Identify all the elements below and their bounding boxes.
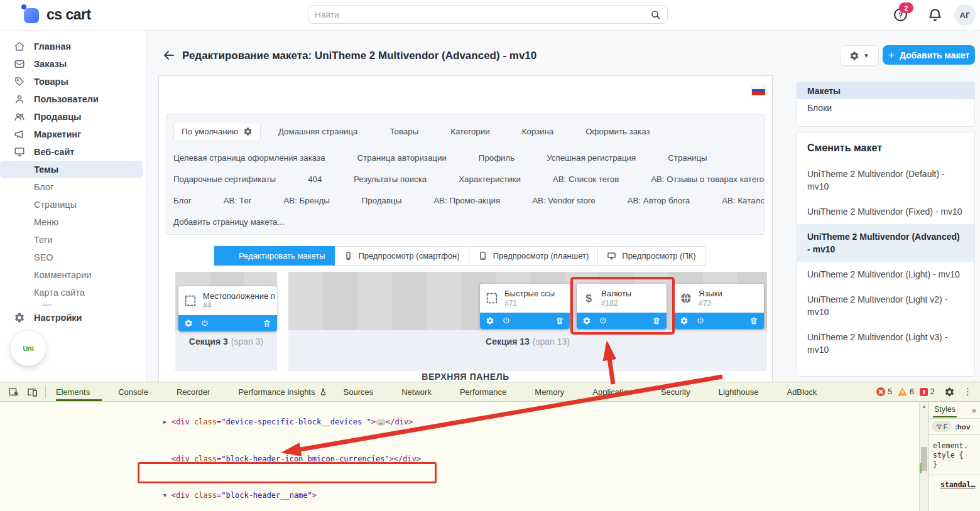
devtools-menu-icon[interactable]: ⋮ xyxy=(963,386,972,397)
device-toolbar-icon[interactable] xyxy=(26,386,38,398)
code-line[interactable]: ▶<div class="device-specific-block__devi… xyxy=(0,404,919,441)
layout-page-tab[interactable]: Добавить страницу макета... xyxy=(173,217,299,227)
right-panel-tab[interactable]: Макеты xyxy=(797,82,974,99)
block-power-icon[interactable] xyxy=(599,316,607,325)
search-input[interactable]: Найти xyxy=(308,5,668,24)
layout-page-tab[interactable]: АВ: Vendor store xyxy=(532,196,610,205)
layout-page-tab[interactable]: АВ: Промо-акция xyxy=(433,196,514,205)
layout-page-tab[interactable]: Домашняя страница xyxy=(278,127,373,136)
block-power-icon[interactable] xyxy=(696,316,705,325)
more-tabs-icon[interactable]: » xyxy=(972,406,976,415)
sidebar-item[interactable]: Теги xyxy=(0,231,143,249)
block-card[interactable]: Быстрые ссы #71 xyxy=(480,284,570,329)
layout-list-item[interactable]: UniTheme 2 Multivendor (Light v3) - mv10 xyxy=(797,325,974,362)
layout-list-item[interactable]: UniTheme 2 Multivendor (Default) - mv10 xyxy=(797,161,974,199)
layout-page-tab[interactable]: Профиль xyxy=(479,153,529,163)
russian-flag-icon[interactable] xyxy=(752,86,765,95)
sidebar-item[interactable]: SEO xyxy=(0,249,143,266)
issues[interactable]: 2 xyxy=(920,387,935,396)
layout-page-tab[interactable]: Страницы xyxy=(668,153,721,163)
element-style-rule[interactable]: element.style { xyxy=(933,441,969,460)
layout-page-tab[interactable]: Характеристики xyxy=(459,175,535,184)
console-warnings[interactable]: 6 xyxy=(898,387,914,396)
add-layout-button[interactable]: + Добавить макет xyxy=(883,45,975,65)
cs-cart-logo[interactable]: cs cart xyxy=(23,6,91,23)
devtools-tab[interactable]: Security xyxy=(661,382,702,401)
block-gear-icon[interactable] xyxy=(582,316,591,325)
view-mode-tab[interactable]: Предпросмотр (планшет) xyxy=(469,246,599,266)
layout-page-tab[interactable]: АВ: Бренды xyxy=(283,196,344,205)
view-mode-tab[interactable]: Предпросмотр (смартфон) xyxy=(334,246,469,266)
layout-page-tab[interactable]: По умолчанию xyxy=(173,122,261,141)
devtools-scrollbar[interactable]: ▲ xyxy=(919,402,928,511)
layout-page-tab[interactable]: АВ: Список тегов xyxy=(553,175,633,184)
layout-page-tab[interactable]: Результаты поиска xyxy=(354,175,441,184)
back-button[interactable] xyxy=(161,48,177,63)
block-gear-icon[interactable] xyxy=(680,316,689,325)
layout-page-tab[interactable]: Страница авторизации xyxy=(357,153,461,163)
scrollbar-thumb[interactable] xyxy=(921,447,927,471)
devtools-tab[interactable]: Elements xyxy=(56,382,102,401)
devtools-tab[interactable]: Recorder xyxy=(177,382,222,401)
inspect-element-icon[interactable] xyxy=(8,386,20,398)
block-card[interactable]: Местоположение п #4 xyxy=(178,286,277,331)
code-line[interactable]: ▼<div class="block-header__name"> xyxy=(0,478,919,511)
block-trash-icon[interactable] xyxy=(749,316,758,325)
sidebar-item[interactable] xyxy=(0,301,143,309)
devtools-settings-icon[interactable] xyxy=(944,387,955,397)
user-avatar[interactable]: АГ xyxy=(954,4,976,26)
sidebar-item[interactable]: Товары xyxy=(0,73,143,90)
console-errors[interactable]: 5 xyxy=(876,387,892,396)
layout-page-tab[interactable]: Продавцы xyxy=(362,196,416,205)
layout-page-tab[interactable]: Подарочные сертификаты xyxy=(173,175,290,184)
layout-settings-button[interactable]: ▼ xyxy=(840,45,879,66)
devtools-tab[interactable]: Application xyxy=(592,382,645,401)
layout-page-tab[interactable]: АВ: Отзывы о товарах категории xyxy=(651,175,764,184)
devtools-tab[interactable]: Memory xyxy=(535,382,576,401)
sidebar-item[interactable]: Веб-сайт xyxy=(0,143,143,161)
layout-page-tab[interactable]: Корзина xyxy=(522,127,569,136)
view-mode-tab[interactable]: Редактировать макеты xyxy=(214,246,335,266)
store-avatar[interactable]: Uni xyxy=(11,331,46,366)
sidebar-item[interactable]: Пользователи xyxy=(0,90,143,108)
stylesheet-link[interactable]: standal… xyxy=(933,480,977,489)
devtools-tab[interactable]: Lighthouse xyxy=(719,382,771,401)
devtools-tab[interactable]: Console xyxy=(118,382,160,401)
layout-page-tab[interactable]: Товары xyxy=(389,127,433,136)
block-card[interactable]: Языки #73 xyxy=(674,284,764,329)
layout-page-tab[interactable]: Успешная регистрация xyxy=(547,153,650,163)
layout-page-tab[interactable]: Блог xyxy=(173,196,206,205)
layout-page-tab[interactable]: 404 xyxy=(308,175,336,184)
sidebar-item[interactable]: Комментарии xyxy=(0,266,143,284)
sidebar-item[interactable]: Заказы xyxy=(0,55,143,73)
elements-tree[interactable]: ▶<div class="device-specific-block__devi… xyxy=(0,402,919,511)
hover-state-toggle[interactable]: :hov xyxy=(955,423,970,431)
view-mode-tab[interactable]: Предпросмотр (ПК) xyxy=(597,246,705,266)
devtools-tab[interactable]: Network xyxy=(401,382,444,401)
devtools-tab[interactable]: Performance xyxy=(460,382,518,401)
block-trash-icon[interactable] xyxy=(652,316,661,325)
sidebar-item[interactable]: Страницы xyxy=(0,196,143,213)
block-gear-icon[interactable] xyxy=(486,316,494,325)
block-trash-icon[interactable] xyxy=(263,319,271,328)
layout-page-tab[interactable]: АВ: Автор блога xyxy=(628,196,704,205)
sidebar-item[interactable]: Маркетинг xyxy=(0,126,143,143)
block-power-icon[interactable] xyxy=(200,319,209,328)
block-trash-icon[interactable] xyxy=(555,316,564,325)
layout-page-tab[interactable]: АВ: Каталог категорий xyxy=(722,196,764,205)
notifications-button[interactable] xyxy=(927,7,943,23)
code-line[interactable]: <div class="block-header-icon bmicon-cur… xyxy=(0,441,919,478)
sidebar-item[interactable]: Карта сайта xyxy=(0,284,143,301)
layout-list-item[interactable]: UniTheme 2 Multivendor (Fixed) - mv10 xyxy=(797,199,974,224)
right-panel-tab[interactable]: Блоки xyxy=(797,99,974,116)
sidebar-item[interactable]: Блог xyxy=(0,178,143,196)
devtools-tab[interactable]: AdBlock xyxy=(787,382,829,401)
devtools-tab[interactable]: Performance insights xyxy=(238,382,327,401)
sidebar-item[interactable]: Главная xyxy=(0,38,143,55)
block-power-icon[interactable] xyxy=(502,316,511,325)
block-gear-icon[interactable] xyxy=(184,319,193,328)
styles-filter-input[interactable]: F xyxy=(932,421,952,432)
layout-page-tab[interactable]: Категории xyxy=(450,127,504,136)
scrollbar-up-arrow[interactable]: ▲ xyxy=(920,402,928,409)
sidebar-item[interactable]: Настройки xyxy=(0,309,143,326)
